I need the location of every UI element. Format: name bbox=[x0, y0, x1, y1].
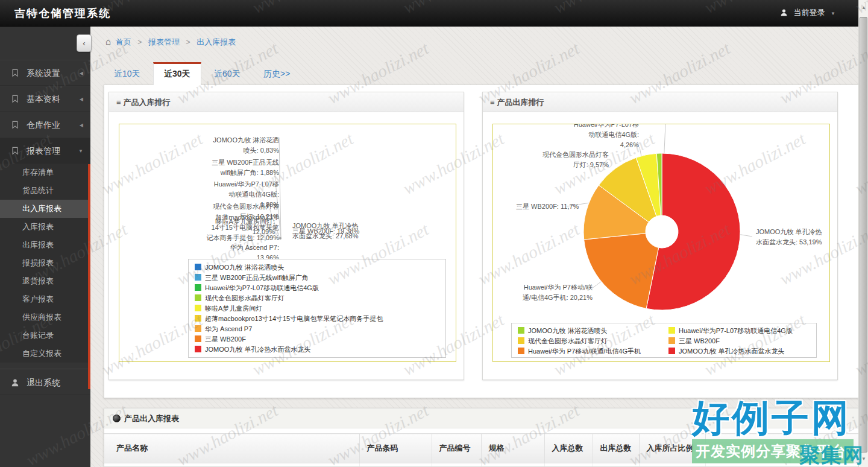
sidebar-item-inventory-list[interactable]: 库存清单 bbox=[0, 164, 90, 182]
pie-label: Huawei/华为 P7移动/联 通/电信4G手机: 20,21% bbox=[516, 282, 593, 303]
sidebar-item-inout-report[interactable]: 出入库报表 bbox=[0, 200, 90, 218]
sidebar-item-reports[interactable]: 报表管理 ▼ bbox=[0, 138, 90, 164]
legend-item[interactable]: JOMOO九牧 淋浴花洒喷头 bbox=[518, 326, 668, 336]
inout-report-section: 产品出入库报表 产品名称 产品条码 产品编号 规格 入库总数 出库总数 入库所占… bbox=[104, 408, 859, 467]
inbound-pie-chart: JOMOO九牧 淋浴花洒 喷头: 0,83% 三星 WB200F正品无线 wif… bbox=[119, 124, 456, 362]
caret-down-icon: ▼ bbox=[78, 138, 83, 164]
legend-swatch bbox=[195, 346, 201, 352]
sidebar-item-supplier-report[interactable]: 供应商报表 bbox=[0, 308, 90, 326]
inout-report-table: 产品名称 产品条码 产品编号 规格 入库总数 出库总数 入库所占比例 bbox=[104, 433, 859, 467]
legend-swatch bbox=[668, 327, 675, 334]
table-header-row: 产品名称 产品条码 产品编号 规格 入库总数 出库总数 入库所占比例 bbox=[104, 434, 859, 463]
legend-item[interactable]: 三星 WB200F正品无线wifi触屏广角 bbox=[195, 273, 439, 283]
logout-button[interactable]: 退出系统 bbox=[0, 369, 90, 395]
caret-left-icon: ◀ bbox=[80, 86, 83, 112]
vertical-scrollbar[interactable]: ▲ ▼ bbox=[858, 0, 868, 467]
user-menu[interactable]: 当前登录 ▼ bbox=[780, 7, 835, 18]
tab-last-30-days[interactable]: 近30天 bbox=[153, 62, 201, 85]
legend-item[interactable]: 现代金色圆形水晶灯客厅灯 bbox=[195, 293, 439, 303]
col-inbound-ratio: 入库所占比例 bbox=[639, 434, 705, 463]
top-navbar: 吉特仓储管理系统 当前登录 ▼ bbox=[0, 0, 858, 27]
globe-icon bbox=[113, 415, 121, 422]
bookmark-icon bbox=[11, 113, 19, 139]
bookmark-icon bbox=[11, 62, 19, 87]
legend-swatch bbox=[668, 348, 675, 354]
tab-last-10-days[interactable]: 近10天 bbox=[104, 63, 151, 86]
pie-label: 哆啦A梦儿童房间灯: 12,09% bbox=[216, 217, 275, 237]
legend-item[interactable]: JOMOO九牧 淋浴花洒喷头 bbox=[195, 262, 439, 273]
legend-item[interactable]: 三星 WB200F bbox=[668, 336, 810, 346]
user-icon bbox=[780, 8, 788, 18]
outbound-pie-chart: Huawei/华为P7-L07移 动联通电信4G版: 4,26% 现代金色圆形水… bbox=[492, 124, 830, 362]
sidebar-item-custom-report[interactable]: 自定义报表 bbox=[0, 345, 90, 363]
caret-left-icon: ◀ bbox=[80, 60, 83, 86]
legend-item[interactable]: 超薄macbookpro13寸14寸15寸电脑包苹果笔记本商务手提包 bbox=[195, 314, 439, 324]
breadcrumb-home-link[interactable]: 首页 bbox=[116, 37, 131, 46]
inbound-panel-header: ≡产品入库排行 bbox=[109, 92, 464, 112]
legend-item[interactable]: Huawei/华为P7-L07移动联通电信4G版 bbox=[668, 326, 810, 336]
legend-item[interactable]: 三星 WB200F bbox=[195, 334, 439, 345]
legend-item[interactable]: 华为 Ascend P7 bbox=[195, 324, 439, 334]
inbound-ranking-panel: ≡产品入库排行 JOMOO九牧 淋浴花洒 喷头: 0,83% 三星 WB200F… bbox=[108, 92, 464, 380]
legend-swatch bbox=[668, 337, 675, 344]
legend-swatch bbox=[518, 337, 524, 344]
pie-label: JOMOO九牧 单孔冷热 水面盆水龙头: 53,19% bbox=[756, 227, 822, 247]
sidebar-item-goods-stats[interactable]: 货品统计 bbox=[0, 182, 90, 200]
pie-label: 三星 WB200F: 19,38% bbox=[292, 226, 359, 237]
col-product-no: 产品编号 bbox=[432, 434, 481, 463]
sidebar-item-outbound-report[interactable]: 出库报表 bbox=[0, 236, 90, 254]
pie-label: 现代金色圆形水晶灯客 厅灯: 9,57% bbox=[542, 150, 609, 170]
sidebar-item-basic-data[interactable]: 基本资料 ◀ bbox=[0, 86, 90, 112]
scroll-down-icon[interactable]: ▼ bbox=[859, 456, 868, 462]
sidebar-item-warehouse-ops[interactable]: 仓库作业 ◀ bbox=[0, 112, 90, 138]
legend-swatch bbox=[195, 284, 201, 291]
col-spec: 规格 bbox=[481, 434, 544, 463]
legend-item[interactable]: JOMOO九牧 单孔冷热水面盆水龙头 bbox=[668, 346, 810, 357]
reports-submenu: 库存清单 货品统计 出入库报表 入库报表 出库报表 报损报表 退货报表 客户报表… bbox=[0, 164, 90, 363]
sidebar-item-return-report[interactable]: 退货报表 bbox=[0, 272, 90, 290]
pie-slice[interactable] bbox=[584, 234, 659, 309]
sidebar-item-ledger-records[interactable]: 台账记录 bbox=[0, 326, 90, 345]
breadcrumb: ⌂ 首页 > 报表管理 > 出入库报表 bbox=[105, 36, 236, 48]
sidebar-item-customer-report[interactable]: 客户报表 bbox=[0, 290, 90, 308]
sidebar-item-system-settings[interactable]: 系统设置 ◀ bbox=[0, 60, 90, 86]
report-section-header: 产品出入库报表 bbox=[104, 408, 858, 428]
outbound-panel-header: ≡产品出库排行 bbox=[483, 92, 837, 112]
sidebar: 系统设置 ◀ 基本资料 ◀ 仓库作业 ◀ 报表管理 ▼ 库存清单 货品统计 出入… bbox=[0, 27, 90, 467]
col-barcode: 产品条码 bbox=[359, 434, 432, 463]
user-menu-label: 当前登录 bbox=[793, 8, 825, 17]
sidebar-item-damage-report[interactable]: 报损报表 bbox=[0, 254, 90, 272]
legend-item[interactable]: Huawei/华为 P7移动/联通/电信4G手机 bbox=[518, 346, 668, 357]
legend-item[interactable]: 现代金色圆形水晶灯客厅灯 bbox=[518, 336, 668, 346]
sidebar-item-inbound-report[interactable]: 入库报表 bbox=[0, 218, 90, 236]
pie-label: 三星 WB200F正品无线 wifi触屏广角: 1,88% bbox=[212, 157, 279, 178]
chevron-down-icon: ▼ bbox=[831, 11, 835, 16]
inbound-legend: JOMOO九牧 淋浴花洒喷头 三星 WB200F正品无线wifi触屏广角 Hua… bbox=[188, 259, 446, 358]
scroll-up-icon[interactable]: ▲ bbox=[859, 5, 868, 10]
outbound-ranking-panel: ≡产品出库排行 Huawei/华为P7-L07移 动联通电信4G版: 4,26%… bbox=[482, 92, 838, 380]
legend-item[interactable]: 哆啦A梦儿童房间灯 bbox=[195, 303, 439, 314]
legend-swatch bbox=[195, 264, 201, 270]
legend-swatch bbox=[195, 274, 201, 281]
list-icon: ≡ bbox=[490, 98, 495, 107]
tab-history[interactable]: 历史>> bbox=[253, 63, 300, 86]
bookmark-icon bbox=[11, 87, 19, 113]
tab-last-60-days[interactable]: 近60天 bbox=[204, 63, 251, 86]
legend-swatch bbox=[518, 327, 524, 334]
scrollbar-thumb[interactable] bbox=[860, 17, 867, 453]
legend-swatch bbox=[518, 348, 524, 354]
legend-item[interactable]: JOMOO九牧 单孔冷热水面盆水龙头 bbox=[195, 345, 439, 355]
outbound-panel-title: 产品出库排行 bbox=[497, 98, 544, 107]
breadcrumb-reports-link[interactable]: 报表管理 bbox=[148, 37, 180, 46]
breadcrumb-current[interactable]: 出入库报表 bbox=[197, 37, 236, 46]
legend-item[interactable]: Huawei/华为P7-L07移动联通电信4G版 bbox=[195, 283, 439, 293]
table-row[interactable] bbox=[104, 463, 859, 467]
col-product-name: 产品名称 bbox=[104, 434, 359, 463]
outbound-legend: JOMOO九牧 淋浴花洒喷头 Huawei/华为P7-L07移动联通电信4G版 … bbox=[511, 323, 817, 358]
col-extra bbox=[705, 434, 859, 463]
bookmark-icon bbox=[11, 139, 19, 165]
sidebar-collapse-button[interactable]: ‹ bbox=[77, 34, 92, 52]
period-tabs: 近10天 近30天 近60天 历史>> bbox=[104, 62, 300, 85]
legend-swatch bbox=[195, 335, 201, 342]
report-section-title: 产品出入库报表 bbox=[124, 414, 179, 423]
